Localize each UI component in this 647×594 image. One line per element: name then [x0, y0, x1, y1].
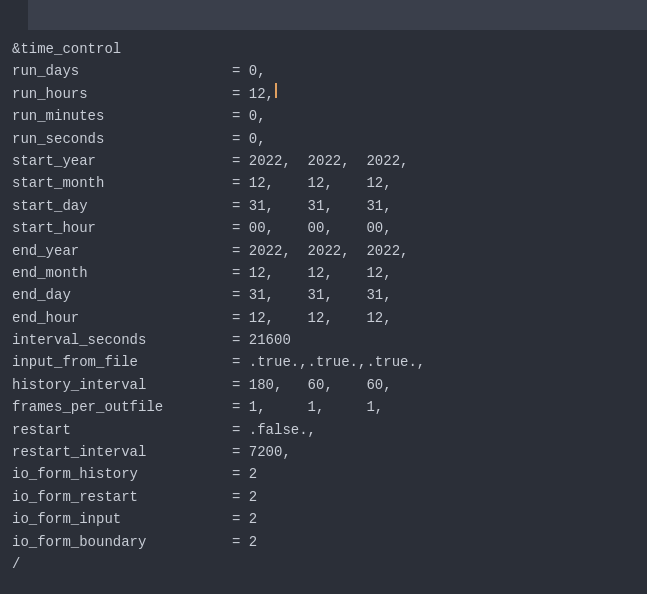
- code-value: = 2022, 2022, 2022,: [232, 240, 408, 262]
- code-key: start_month: [12, 172, 232, 194]
- code-editor[interactable]: &time_controlrun_days= 0,run_hours= 12,r…: [0, 30, 647, 594]
- code-value: = 31, 31, 31,: [232, 284, 392, 306]
- code-key: start_year: [12, 150, 232, 172]
- code-value: = 21600: [232, 329, 291, 351]
- code-line: start_month= 12, 12, 12,: [12, 172, 635, 194]
- code-line: start_day= 31, 31, 31,: [12, 195, 635, 217]
- code-value: = 2: [232, 531, 257, 553]
- code-value: = 0,: [232, 60, 266, 82]
- code-value: = 2: [232, 463, 257, 485]
- code-key: end_year: [12, 240, 232, 262]
- code-key: input_from_file: [12, 351, 232, 373]
- code-value: = 12, 12, 12,: [232, 262, 392, 284]
- code-value: = 12,: [232, 83, 274, 105]
- code-key: run_seconds: [12, 128, 232, 150]
- code-key: restart: [12, 419, 232, 441]
- code-value: = 0,: [232, 105, 266, 127]
- code-value: = .true.,.true.,.true.,: [232, 351, 425, 373]
- code-line: io_form_history= 2: [12, 463, 635, 485]
- active-tab[interactable]: [0, 0, 28, 30]
- code-value: = 7200,: [232, 441, 291, 463]
- code-value: = .false.,: [232, 419, 316, 441]
- code-line: end_month= 12, 12, 12,: [12, 262, 635, 284]
- code-value: = 31, 31, 31,: [232, 195, 392, 217]
- code-key: run_days: [12, 60, 232, 82]
- code-line: end_year= 2022, 2022, 2022,: [12, 240, 635, 262]
- code-line: io_form_input= 2: [12, 508, 635, 530]
- code-value: = 2022, 2022, 2022,: [232, 150, 408, 172]
- code-line: interval_seconds= 21600: [12, 329, 635, 351]
- code-line: history_interval= 180, 60, 60,: [12, 374, 635, 396]
- code-key: end_hour: [12, 307, 232, 329]
- code-key: interval_seconds: [12, 329, 232, 351]
- code-key: &time_control: [12, 38, 121, 60]
- code-line: frames_per_outfile= 1, 1, 1,: [12, 396, 635, 418]
- code-key: io_form_boundary: [12, 531, 232, 553]
- code-key: frames_per_outfile: [12, 396, 232, 418]
- code-key: io_form_restart: [12, 486, 232, 508]
- code-value: = 180, 60, 60,: [232, 374, 392, 396]
- code-line: io_form_boundary= 2: [12, 531, 635, 553]
- text-cursor: [275, 83, 277, 98]
- code-value: = 12, 12, 12,: [232, 307, 392, 329]
- code-key: start_day: [12, 195, 232, 217]
- code-line: &time_control: [12, 38, 635, 60]
- code-value: = 00, 00, 00,: [232, 217, 392, 239]
- tab-bar: [0, 0, 647, 30]
- code-value: = 1, 1, 1,: [232, 396, 383, 418]
- code-key: io_form_history: [12, 463, 232, 485]
- code-line: start_hour= 00, 00, 00,: [12, 217, 635, 239]
- code-key: history_interval: [12, 374, 232, 396]
- code-line: start_year= 2022, 2022, 2022,: [12, 150, 635, 172]
- code-key: end_day: [12, 284, 232, 306]
- code-line: run_minutes= 0,: [12, 105, 635, 127]
- code-line: input_from_file= .true.,.true.,.true.,: [12, 351, 635, 373]
- code-value: = 2: [232, 486, 257, 508]
- code-line: restart= .false.,: [12, 419, 635, 441]
- code-key: /: [12, 553, 20, 575]
- code-key: restart_interval: [12, 441, 232, 463]
- code-line: /: [12, 553, 635, 575]
- editor-container: &time_controlrun_days= 0,run_hours= 12,r…: [0, 0, 647, 594]
- code-line: io_form_restart= 2: [12, 486, 635, 508]
- code-key: run_hours: [12, 83, 232, 105]
- code-key: io_form_input: [12, 508, 232, 530]
- code-line: restart_interval= 7200,: [12, 441, 635, 463]
- code-line: run_hours= 12,: [12, 83, 635, 105]
- code-value: = 12, 12, 12,: [232, 172, 392, 194]
- code-line: end_hour= 12, 12, 12,: [12, 307, 635, 329]
- code-key: end_month: [12, 262, 232, 284]
- code-line: end_day= 31, 31, 31,: [12, 284, 635, 306]
- inactive-tab-area: [28, 0, 48, 30]
- code-line: run_days= 0,: [12, 60, 635, 82]
- code-line: run_seconds= 0,: [12, 128, 635, 150]
- code-key: run_minutes: [12, 105, 232, 127]
- code-value: = 2: [232, 508, 257, 530]
- code-value: = 0,: [232, 128, 266, 150]
- code-key: start_hour: [12, 217, 232, 239]
